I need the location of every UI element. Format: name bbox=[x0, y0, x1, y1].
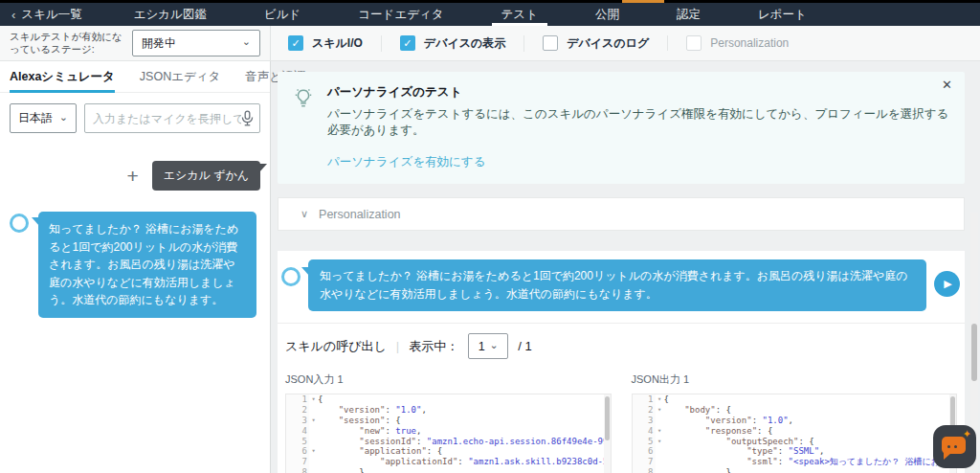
nav-tab-コードエディタ[interactable]: コードエディタ bbox=[354, 3, 447, 26]
window-top-strip bbox=[0, 0, 980, 3]
back-to-skill-list-link[interactable]: ‹ スキル一覧 bbox=[11, 7, 82, 23]
play-audio-button[interactable]: ▶ bbox=[934, 271, 960, 297]
stage-dropdown[interactable]: 開発中 ⌄ bbox=[132, 30, 260, 56]
chevron-left-icon: ‹ bbox=[11, 8, 15, 22]
checked-checkbox-icon[interactable]: ✓ bbox=[400, 35, 415, 51]
nav-tab-テスト[interactable]: テスト bbox=[498, 3, 542, 26]
personalization-section-label: Personalization bbox=[319, 208, 400, 221]
nav-tabs: ビルドコードエディタテスト公開認定レポート bbox=[260, 3, 860, 26]
enable-personalization-link[interactable]: パーソナライズを有効にする bbox=[327, 154, 485, 170]
nav-tab-認定[interactable]: 認定 bbox=[673, 3, 704, 26]
code-line: 1▾{ bbox=[633, 394, 957, 405]
checkbox-デバイスのログ[interactable]: デバイスのログ bbox=[523, 35, 649, 52]
response-message-bubble: 知ってましたか？ 浴槽にお湯をためると1回で約200リットルの水が消費されます。… bbox=[308, 259, 926, 311]
chat-icon-eye bbox=[954, 445, 957, 448]
invocation-bar: スキルの呼び出し | 表示中： 1 ⌄ / 1 bbox=[278, 324, 965, 365]
checkbox-label: デバイスのログ bbox=[567, 35, 649, 52]
display-options: ✓スキルI/O✓デバイスの表示デバイスのログPersonalization bbox=[271, 26, 789, 60]
page-value: 1 bbox=[479, 340, 485, 353]
microphone-icon[interactable] bbox=[241, 110, 254, 126]
page-total: / 1 bbox=[518, 339, 531, 353]
results-panel: ✕ パーソナライズのテスト パーソナライズをテストするには、このスキルのパーソナ… bbox=[271, 61, 980, 473]
close-icon[interactable]: ✕ bbox=[942, 78, 952, 92]
invocation-page-dropdown[interactable]: 1 ⌄ bbox=[468, 333, 508, 359]
banner-text: パーソナライズのテスト パーソナライズをテストするには、このスキルのパーソナライ… bbox=[327, 84, 949, 170]
nav-tab-公開[interactable]: 公開 bbox=[591, 3, 623, 26]
back-label: スキル一覧 bbox=[21, 7, 81, 23]
banner-body: パーソナライズをテストするには、このスキルのパーソナライズ権限を有効にしてから、… bbox=[327, 106, 949, 139]
skill-name: エシカル図鑑 bbox=[134, 7, 207, 23]
user-message-row: + エシカル ずかん bbox=[10, 161, 260, 191]
code-line: 5 "sessionId": "amzn1.echo-api.session.8… bbox=[286, 437, 611, 447]
help-chat-widget-button[interactable]: ✦ bbox=[933, 425, 976, 468]
main-content: AlexaシミュレータJSONエディタ音声と語調 日本語 ⌄ bbox=[0, 61, 980, 473]
json-editors: JSON入力 1 1▾{2 "version": "1.0",3▾ "sessi… bbox=[278, 365, 965, 473]
response-row: 知ってましたか？ 浴槽にお湯をためると1回で約200リットルの水が消費されます。… bbox=[278, 251, 965, 324]
simulator-tab-JSONエディタ[interactable]: JSONエディタ bbox=[140, 61, 221, 93]
code-line: 3 "version": "1.0", bbox=[633, 416, 957, 426]
code-line: 4 "new": true, bbox=[286, 426, 611, 437]
code-line: 7 "ssml": "<speak>知ってましたか？ 浴槽にお湯をためる bbox=[633, 457, 957, 467]
invocation-title: スキルの呼び出し bbox=[285, 338, 387, 355]
personalization-info-banner: ✕ パーソナライズのテスト パーソナライズをテストするには、このスキルのパーソナ… bbox=[278, 72, 965, 184]
json-input-code[interactable]: 1▾{2 "version": "1.0",3▾ "session": {4 "… bbox=[285, 394, 612, 473]
simulator-controls: 日本語 ⌄ bbox=[0, 93, 270, 144]
code-line: 1▾{ bbox=[286, 394, 611, 405]
banner-title: パーソナライズのテスト bbox=[327, 84, 949, 101]
personalization-section-header[interactable]: ∨ Personalization bbox=[278, 197, 965, 231]
code-line: 7 "applicationId": "amzn1.ask.skill.b923… bbox=[286, 457, 611, 467]
stage-selector-group: スキルテストが有効になっているステージ: 開発中 ⌄ bbox=[0, 26, 271, 60]
divider: | bbox=[396, 339, 399, 353]
skill-response-card: 知ってましたか？ 浴槽にお湯をためると1回で約200リットルの水が消費されます。… bbox=[278, 251, 965, 473]
top-accent-bar bbox=[622, 0, 664, 3]
alexa-test-console: ‹ スキル一覧 エシカル図鑑 ビルドコードエディタテスト公開認定レポート スキル… bbox=[0, 0, 980, 473]
checkbox-label: Personalization bbox=[710, 36, 789, 50]
alexa-message-row: 知ってましたか？ 浴槽にお湯をためると1回で約200リットルの水が消費されます。… bbox=[10, 212, 260, 318]
checkbox-Personalization[interactable]: Personalization bbox=[667, 35, 789, 51]
simulator-tab-Alexaシミュレータ[interactable]: Alexaシミュレータ bbox=[10, 61, 115, 93]
utterance-input[interactable] bbox=[93, 112, 241, 125]
language-value: 日本語 bbox=[18, 110, 53, 126]
scrollbar-thumb[interactable] bbox=[605, 396, 610, 440]
json-output-code[interactable]: 1▾{2▾ "body": {3 "version": "1.0",4▾ "re… bbox=[632, 394, 958, 473]
sparkle-icon: ✦ bbox=[963, 429, 971, 439]
scrollbar-thumb[interactable] bbox=[971, 324, 977, 381]
stage-dropdown-value: 開発中 bbox=[142, 35, 176, 52]
code-line: 6 "type": "SSML", bbox=[633, 446, 957, 457]
code-line: 5▾ "outputSpeech": { bbox=[633, 437, 957, 447]
code-line: 4▾ "response": { bbox=[633, 426, 957, 437]
top-navbar: ‹ スキル一覧 エシカル図鑑 ビルドコードエディタテスト公開認定レポート bbox=[0, 3, 980, 26]
json-input-title: JSON入力 1 bbox=[285, 372, 612, 387]
code-line: 8 }, bbox=[286, 467, 611, 473]
json-input-editor: JSON入力 1 1▾{2 "version": "1.0",3▾ "sessi… bbox=[285, 367, 612, 473]
unchecked-checkbox-icon[interactable] bbox=[686, 35, 702, 51]
chat-icon-eye bbox=[947, 445, 950, 448]
showing-label: 表示中： bbox=[409, 338, 458, 355]
chat-history: + エシカル ずかん 知ってましたか？ 浴槽にお湯をためると1回で約200リット… bbox=[0, 144, 270, 473]
code-line: 2 "version": "1.0", bbox=[286, 405, 611, 416]
play-icon: ▶ bbox=[944, 278, 951, 290]
code-line: 6▾ "application": { bbox=[286, 446, 611, 457]
checkbox-label: スキルI/O bbox=[312, 35, 363, 52]
checked-checkbox-icon[interactable]: ✓ bbox=[288, 35, 303, 51]
add-button[interactable]: + bbox=[126, 166, 138, 186]
utterance-input-wrap bbox=[84, 103, 260, 133]
checkbox-スキルI/O[interactable]: ✓スキルI/O bbox=[288, 35, 363, 52]
simulator-tabs: AlexaシミュレータJSONエディタ音声と語調 bbox=[0, 61, 270, 93]
checkbox-デバイスの表示[interactable]: ✓デバイスの表示 bbox=[381, 35, 505, 52]
chevron-down-icon: ∨ bbox=[301, 208, 308, 220]
nav-tab-レポート[interactable]: レポート bbox=[754, 3, 811, 26]
checkbox-label: デバイスの表示 bbox=[424, 35, 505, 52]
json-output-title: JSON出力 1 bbox=[632, 372, 958, 387]
editor-scrollbar[interactable] bbox=[604, 394, 611, 473]
alexa-logo-icon bbox=[281, 267, 301, 286]
user-message-bubble: エシカル ずかん bbox=[152, 161, 260, 191]
language-dropdown[interactable]: 日本語 ⌄ bbox=[10, 103, 77, 133]
lightbulb-icon bbox=[293, 86, 314, 170]
json-output-editor: JSON出力 1 1▾{2▾ "body": {3 "version": "1.… bbox=[632, 367, 958, 473]
alexa-logo-icon bbox=[10, 214, 29, 233]
nav-tab-ビルド[interactable]: ビルド bbox=[260, 3, 304, 26]
unchecked-checkbox-icon[interactable] bbox=[543, 35, 558, 51]
code-line: 3▾ "session": { bbox=[286, 416, 611, 426]
simulator-panel: AlexaシミュレータJSONエディタ音声と語調 日本語 ⌄ bbox=[0, 61, 271, 473]
